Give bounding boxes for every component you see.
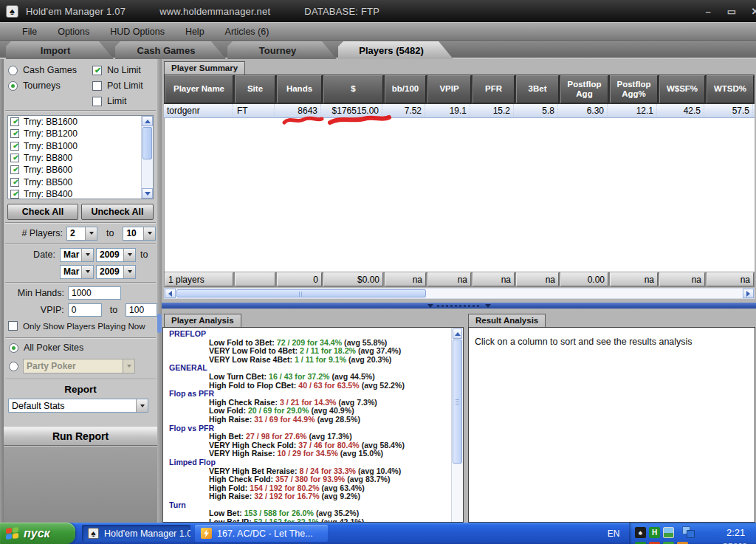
- date-from-month-select[interactable]: Mar: [60, 248, 94, 262]
- scroll-up-icon[interactable]: [453, 328, 462, 339]
- tourneys-radio[interactable]: Tourneys: [8, 80, 61, 91]
- stake-list-item[interactable]: Trny: BB400: [8, 188, 141, 199]
- pot-limit-checkbox[interactable]: Pot Limit: [92, 80, 143, 91]
- scroll-thumb[interactable]: [176, 289, 426, 297]
- players-from-select[interactable]: 2: [66, 227, 97, 241]
- scroll-thumb[interactable]: [142, 127, 152, 159]
- scroll-right-icon[interactable]: [743, 289, 754, 298]
- close-button[interactable]: ✕: [749, 6, 756, 17]
- stake-label: Trny: BB800: [24, 153, 72, 163]
- column-header[interactable]: $: [323, 75, 383, 103]
- scroll-thumb[interactable]: [453, 340, 462, 464]
- checkbox-icon: [10, 190, 19, 199]
- column-header[interactable]: W$SF%: [659, 75, 705, 103]
- menu-item[interactable]: Help: [175, 24, 215, 39]
- stake-list-item[interactable]: Trny: BB1200: [8, 128, 141, 140]
- result-analysis-tab[interactable]: Result Analysis: [468, 314, 546, 327]
- cash-games-radio[interactable]: Cash Games: [8, 65, 77, 75]
- run-report-button[interactable]: Run Report: [4, 427, 157, 446]
- chevron-down-icon[interactable]: [123, 266, 135, 278]
- menu-item[interactable]: File: [12, 24, 47, 39]
- tray-icon[interactable]: [677, 527, 688, 538]
- date-from-year-select[interactable]: 2009: [96, 248, 136, 262]
- column-header[interactable]: WTSD%: [707, 75, 754, 103]
- checkbox-icon: [92, 97, 102, 106]
- column-header[interactable]: Site: [235, 75, 275, 103]
- taskbar-task-winamp[interactable]: 167. AC/DC - Let The...: [195, 525, 328, 542]
- date-to-month-value: Mar: [61, 266, 81, 277]
- collapse-down-icon[interactable]: [485, 304, 491, 308]
- column-header[interactable]: Postflop Agg%: [610, 75, 658, 103]
- stakes-scrollbar[interactable]: [141, 116, 153, 199]
- scroll-up-icon[interactable]: [142, 116, 153, 126]
- uncheck-all-button[interactable]: Uncheck All: [81, 204, 154, 220]
- table-hscrollbar[interactable]: [164, 288, 755, 299]
- tray-icon[interactable]: [663, 527, 674, 538]
- main-tab[interactable]: Cash Games: [115, 41, 226, 59]
- main-tab[interactable]: Import: [6, 41, 114, 59]
- chevron-down-icon[interactable]: [143, 227, 155, 240]
- no-limit-checkbox[interactable]: No Limit: [92, 65, 141, 75]
- player-analysis-tab[interactable]: Player Analysis: [164, 314, 241, 327]
- menu-item[interactable]: Options: [47, 24, 100, 39]
- chevron-down-icon[interactable]: [85, 227, 97, 240]
- stake-list-item[interactable]: Trny: BB600: [8, 164, 141, 176]
- stat-value: 40 / 63 for 63.5%: [298, 381, 359, 390]
- min-hands-input[interactable]: 1000: [68, 286, 121, 300]
- scroll-down-icon[interactable]: [142, 188, 153, 199]
- scroll-track[interactable]: [142, 160, 153, 188]
- taskbar-clock[interactable]: 2:21: [726, 527, 745, 538]
- column-header[interactable]: VPIP: [427, 75, 471, 103]
- tray-icon[interactable]: H: [649, 527, 660, 538]
- scroll-left-icon[interactable]: [165, 289, 176, 298]
- checkbox-icon: [8, 321, 18, 331]
- date-to-year-select[interactable]: 2009: [96, 265, 136, 279]
- single-site-radio[interactable]: Party Poker: [9, 359, 135, 373]
- column-header[interactable]: PFR: [472, 75, 515, 103]
- stake-list-item[interactable]: Trny: BB500: [8, 176, 141, 187]
- column-header[interactable]: Postflop Agg: [560, 75, 608, 103]
- table-row[interactable]: tordgenrFT8643$176515.007.5219.115.25.86…: [164, 104, 755, 118]
- column-header[interactable]: Hands: [277, 75, 322, 103]
- menu-item[interactable]: HUD Options: [100, 24, 175, 39]
- stake-list-item[interactable]: Trny: BB800: [8, 152, 141, 164]
- chevron-down-icon[interactable]: [136, 399, 148, 412]
- maximize-button[interactable]: ▭: [725, 6, 738, 17]
- stake-list-item[interactable]: Trny: BB1600: [8, 116, 141, 128]
- collapse-up-icon[interactable]: [427, 304, 433, 308]
- chevron-down-icon[interactable]: [81, 266, 93, 278]
- chevron-down-icon[interactable]: [81, 249, 93, 261]
- analysis-scrollbar[interactable]: [451, 328, 463, 522]
- horizontal-splitter[interactable]: [162, 303, 756, 309]
- date-to-month-select[interactable]: Mar: [60, 265, 94, 279]
- tray-icon[interactable]: ♠: [635, 527, 646, 538]
- chevron-down-icon[interactable]: [123, 249, 135, 261]
- all-sites-radio[interactable]: All Poker Sites: [9, 342, 83, 353]
- report-select-row: Default Stats: [8, 399, 148, 413]
- vpip-from-input[interactable]: 0: [68, 303, 102, 317]
- start-button[interactable]: пуск: [0, 523, 75, 544]
- analysis-lines: VERY High Bet Reraise: 8 / 24 for 33.3% …: [169, 467, 451, 501]
- check-all-button[interactable]: Check All: [7, 204, 78, 220]
- date-to-row: Mar 2009: [4, 264, 157, 279]
- minimize-button[interactable]: –: [701, 6, 715, 17]
- limit-checkbox[interactable]: Limit: [92, 96, 126, 106]
- column-header[interactable]: 3Bet: [516, 75, 559, 103]
- column-header[interactable]: bb/100: [385, 75, 426, 103]
- vpip-to-input[interactable]: 100: [126, 303, 157, 317]
- taskbar-task-holdem[interactable]: ♠ Hold'em Manager 1.0...: [82, 525, 190, 542]
- chevron-down-icon: [123, 359, 134, 373]
- divider: [5, 337, 156, 339]
- report-select[interactable]: Default Stats: [8, 399, 148, 413]
- only-playing-checkbox[interactable]: Only Show Players Playing Now: [8, 321, 145, 331]
- main-tab[interactable]: Players (5482): [338, 41, 453, 59]
- player-summary-tab[interactable]: Player Summary: [164, 61, 245, 75]
- players-to-select[interactable]: 10: [123, 227, 156, 241]
- column-header[interactable]: Player Name: [165, 75, 233, 103]
- menu-item[interactable]: Articles (6): [215, 24, 280, 39]
- main-tab[interactable]: Tourney: [227, 41, 337, 59]
- language-indicator[interactable]: EN: [599, 523, 628, 544]
- stake-list-item[interactable]: Trny: BB1000: [8, 140, 141, 152]
- site-select: Party Poker: [23, 359, 135, 373]
- stake-label: Trny: BB500: [24, 177, 72, 187]
